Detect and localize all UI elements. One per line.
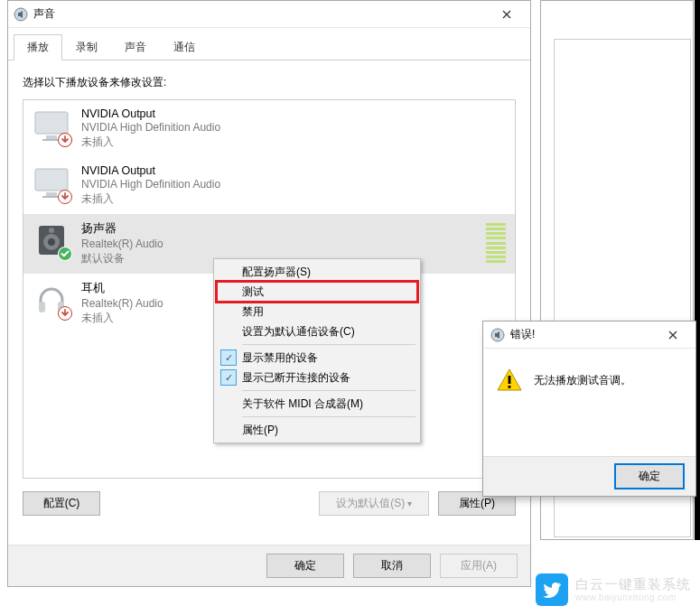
svg-rect-5	[35, 169, 68, 191]
device-driver: Realtek(R) Audio	[81, 238, 163, 250]
device-status: 未插入	[81, 135, 220, 150]
ctx-separator	[242, 344, 415, 345]
error-titlebar: 错误!	[483, 321, 695, 349]
device-name: 耳机	[81, 281, 163, 296]
dialog-footer: 确定 取消 应用(A)	[8, 545, 530, 586]
close-button[interactable]	[489, 2, 525, 27]
ok-button[interactable]: 确定	[266, 554, 344, 578]
ctx-show-disabled[interactable]: ✓ 显示禁用的设备	[217, 348, 417, 368]
headphone-icon	[33, 281, 70, 319]
device-buttons-row: 配置(C) 设为默认值(S) 属性(P)	[23, 491, 516, 516]
ctx-set-default-comm[interactable]: 设置为默认通信设备(C)	[217, 321, 417, 341]
svg-point-11	[49, 228, 54, 233]
device-item-nvidia-1[interactable]: NVIDIA Output NVIDIA High Definition Aud…	[23, 100, 515, 157]
speaker-icon	[33, 221, 70, 259]
ctx-separator	[242, 416, 415, 417]
svg-rect-17	[509, 386, 511, 388]
sound-icon	[490, 328, 505, 342]
down-arrow-badge-icon	[58, 190, 72, 204]
watermark: 白云一键重装系统 www.baiyunxitong.com	[527, 568, 700, 611]
ctx-separator	[242, 390, 415, 391]
error-footer: 确定	[483, 456, 695, 496]
monitor-icon	[33, 164, 70, 202]
tab-strip: 播放 录制 声音 通信	[8, 28, 530, 61]
set-default-button[interactable]: 设为默认值(S)	[319, 491, 429, 516]
apply-button[interactable]: 应用(A)	[440, 554, 518, 578]
window-title: 声音	[33, 6, 489, 22]
watermark-text: 白云一键重装系统	[575, 577, 691, 592]
svg-point-10	[48, 238, 55, 246]
ctx-about-midi[interactable]: 关于软件 MIDI 合成器(M)	[217, 394, 417, 414]
device-status: 默认设备	[81, 251, 163, 266]
tab-sounds[interactable]: 声音	[111, 34, 160, 61]
device-driver: NVIDIA High Definition Audio	[81, 178, 220, 191]
cancel-button[interactable]: 取消	[353, 554, 431, 578]
svg-rect-2	[46, 135, 57, 139]
ctx-label: 显示禁用的设备	[242, 350, 318, 366]
check-icon: ✓	[220, 349, 237, 366]
device-status: 未插入	[81, 311, 163, 326]
down-arrow-badge-icon	[58, 133, 72, 147]
tab-playback[interactable]: 播放	[14, 34, 62, 61]
svg-rect-1	[35, 112, 68, 134]
device-status: 未插入	[81, 191, 220, 207]
monitor-icon	[33, 107, 70, 145]
check-icon: ✓	[220, 369, 237, 386]
error-title: 错误!	[510, 327, 584, 342]
level-meter	[486, 223, 506, 263]
error-message: 无法播放测试音调。	[534, 373, 631, 388]
device-name: NVIDIA Output	[81, 164, 220, 177]
context-menu: 配置扬声器(S) 测试 禁用 设置为默认通信设备(C) ✓ 显示禁用的设备 ✓ …	[213, 258, 421, 443]
svg-rect-6	[46, 192, 57, 196]
titlebar: 声音	[8, 1, 530, 28]
device-driver: NVIDIA High Definition Audio	[81, 121, 220, 134]
bird-logo-icon	[536, 573, 568, 606]
tab-communications[interactable]: 通信	[160, 34, 209, 61]
warning-icon	[496, 367, 523, 394]
error-body: 无法播放测试音调。	[483, 349, 695, 403]
ctx-test[interactable]: 测试	[217, 282, 417, 302]
configure-button[interactable]: 配置(C)	[23, 491, 100, 516]
svg-rect-13	[39, 302, 45, 312]
down-arrow-badge-icon	[58, 306, 72, 321]
ctx-show-disconnected[interactable]: ✓ 显示已断开连接的设备	[217, 368, 417, 387]
sound-icon	[14, 7, 28, 22]
error-close-button[interactable]	[658, 322, 688, 348]
device-name: NVIDIA Output	[81, 107, 220, 120]
instruction-text: 选择以下播放设备来修改设置:	[23, 75, 516, 90]
device-item-nvidia-2[interactable]: NVIDIA Output NVIDIA High Definition Aud…	[23, 157, 515, 214]
tab-recording[interactable]: 录制	[62, 34, 111, 61]
device-name: 扬声器	[81, 221, 163, 237]
watermark-url: www.baiyunxitong.com	[575, 592, 691, 602]
error-ok-button[interactable]: 确定	[614, 463, 685, 489]
ctx-label: 显示已断开连接的设备	[242, 370, 350, 386]
ctx-configure-speakers[interactable]: 配置扬声器(S)	[217, 262, 417, 282]
error-dialog: 错误! 无法播放测试音调。 确定	[482, 321, 696, 497]
default-check-badge-icon	[58, 247, 72, 261]
device-driver: Realtek(R) Audio	[81, 297, 163, 310]
ctx-disable[interactable]: 禁用	[217, 302, 417, 321]
ctx-properties[interactable]: 属性(P)	[217, 420, 417, 440]
svg-rect-16	[509, 376, 511, 384]
